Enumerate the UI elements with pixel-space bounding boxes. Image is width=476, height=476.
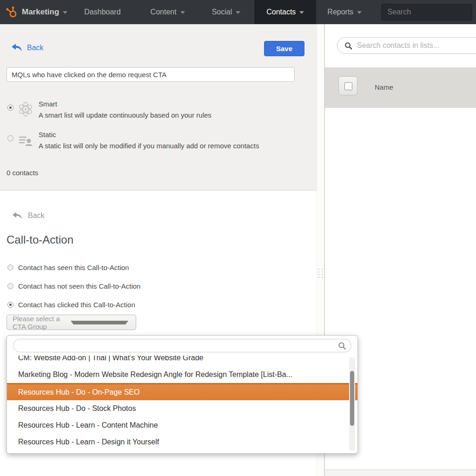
nav-item-contacts[interactable]: Contacts [254, 0, 316, 24]
brand-menu[interactable]: Marketing [6, 6, 67, 18]
nav-item-label: Reports [327, 8, 353, 16]
list-type-options: Smart A smart list will update continuou… [7, 100, 305, 161]
smart-description: A smart list will update continuously ba… [39, 111, 212, 119]
chevron-down-icon [71, 321, 129, 324]
cta-option[interactable]: Resources Hub - Do - Stock Photos [7, 400, 357, 417]
search-icon [344, 42, 352, 50]
dropdown-scrollbar-track[interactable] [349, 357, 355, 451]
cta-dropdown-search[interactable] [13, 339, 351, 352]
cta-dropdown-popup: CM: Website Add-on | Trial | What's Your… [7, 335, 358, 454]
cta-group-select[interactable]: Please select a CTA Group [7, 315, 136, 330]
smart-title[interactable]: Smart [39, 100, 212, 108]
chevron-down-icon [180, 11, 185, 14]
chevron-down-icon [63, 11, 67, 14]
option-clicked-cta[interactable]: Contact has clicked this Call-to-Action [7, 301, 140, 309]
criteria-title: Call-to-Action [7, 233, 73, 246]
cta-option[interactable]: CM: Website Add-on | Trial | What's Your… [7, 356, 357, 366]
list-settings-panel: Back Save Smart [0, 24, 317, 191]
cta-criteria-options: Contact has seen this Call-to-Action Con… [7, 264, 140, 319]
option-seen-cta[interactable]: Contact has seen this Call-to-Action [7, 264, 140, 271]
option-label[interactable]: Contact has seen this Call-to-Action [18, 264, 129, 271]
nav-item-content[interactable]: Content [151, 8, 185, 16]
back-arrow-icon [12, 212, 22, 220]
back-arrow-icon [11, 43, 22, 52]
cta-option[interactable]: Resources Hub - Learn - Content Machine [7, 417, 357, 434]
brand-label: Marketing [22, 7, 59, 17]
chevron-down-icon [357, 11, 362, 14]
contact-count: 0 contacts [7, 169, 38, 177]
option-not-seen-cta[interactable]: Contact has not seen this Call-to-Action [7, 282, 140, 290]
nav-item-reports[interactable]: Reports [327, 8, 362, 16]
seen-radio[interactable] [7, 264, 13, 271]
contacts-table-header: Name [325, 67, 476, 108]
chevron-down-icon [299, 11, 304, 14]
cta-dropdown-list: CM: Website Add-on | Trial | What's Your… [7, 356, 357, 453]
chevron-down-icon [236, 11, 240, 14]
nav-item-label: Dashboard [84, 8, 120, 16]
nav-item-label: Social [212, 8, 232, 16]
criteria-back-link[interactable]: Back [7, 212, 45, 220]
select-all-checkbox[interactable] [338, 76, 357, 95]
back-label: Back [27, 44, 44, 52]
nav-item-social[interactable]: Social [212, 8, 241, 16]
search-icon [338, 342, 346, 350]
name-column-header[interactable]: Name [375, 83, 393, 91]
cta-group-select-label: Please select a CTA Group [13, 315, 65, 331]
static-description: A static list will only be modified if y… [39, 142, 259, 150]
static-radio[interactable] [7, 135, 13, 141]
static-title[interactable]: Static [39, 131, 259, 139]
nav-item-label: Contacts [266, 8, 296, 16]
static-list-icon [18, 135, 33, 146]
back-label: Back [28, 212, 45, 220]
cta-option[interactable]: Resources Hub - Learn - Design it Yourse… [7, 434, 357, 450]
back-link[interactable]: Back [7, 43, 44, 52]
global-search-input[interactable] [381, 4, 472, 20]
hubspot-logo-icon [6, 6, 18, 18]
cta-option[interactable]: Resources Hub - Reference - Benchmarks R… [7, 450, 357, 453]
contacts-table-footer [325, 469, 476, 476]
dropdown-scrollbar-thumb[interactable] [350, 371, 354, 426]
cta-option-highlighted[interactable]: Resources Hub - Do - On-Page SEO [7, 383, 357, 400]
nav-item-label: Content [151, 8, 177, 16]
contacts-search[interactable] [337, 37, 476, 54]
contacts-search-input[interactable] [357, 41, 476, 50]
clicked-radio[interactable] [7, 302, 13, 308]
atom-icon [18, 101, 33, 118]
list-name-input[interactable] [7, 67, 295, 82]
cta-option[interactable]: Marketing Blog - Modern Website Redesign… [7, 366, 357, 383]
save-button[interactable]: Save [264, 41, 304, 56]
list-type-smart[interactable]: Smart A smart list will update continuou… [7, 100, 305, 119]
option-label[interactable]: Contact has clicked this Call-to-Action [18, 301, 135, 309]
cta-dropdown-search-input[interactable] [13, 339, 351, 352]
option-label[interactable]: Contact has not seen this Call-to-Action [18, 282, 140, 290]
smart-radio[interactable] [7, 105, 13, 111]
drag-handle-icon[interactable] [318, 269, 324, 278]
nav-item-dashboard[interactable]: Dashboard [84, 8, 120, 16]
list-type-static[interactable]: Static A static list will only be modifi… [7, 131, 305, 150]
hubspot-contacts-list-editor: Marketing Dashboard Content Social Conta… [0, 0, 476, 476]
top-nav: Marketing Dashboard Content Social Conta… [0, 0, 476, 24]
not-seen-radio[interactable] [7, 283, 13, 289]
